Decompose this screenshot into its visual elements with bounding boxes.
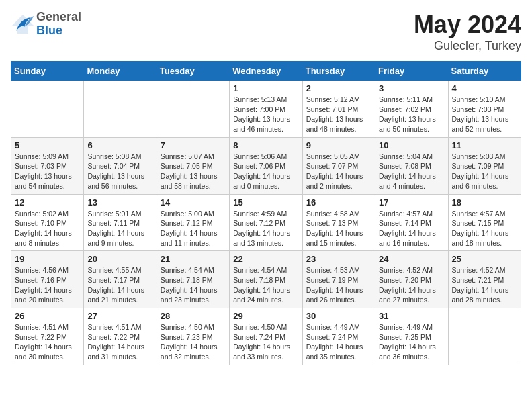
day-number: 4 — [452, 83, 517, 93]
weekday-header-thursday: Thursday — [302, 62, 375, 81]
calendar-cell: 18Sunrise: 4:57 AM Sunset: 7:15 PM Dayli… — [448, 194, 521, 251]
day-info: Sunrise: 4:50 AM Sunset: 7:24 PM Dayligh… — [233, 322, 298, 362]
day-info: Sunrise: 4:55 AM Sunset: 7:17 PM Dayligh… — [87, 265, 152, 305]
day-info: Sunrise: 5:08 AM Sunset: 7:04 PM Dayligh… — [87, 152, 152, 191]
day-number: 1 — [233, 83, 298, 93]
weekday-header-row: SundayMondayTuesdayWednesdayThursdayFrid… — [11, 62, 521, 81]
calendar-cell: 12Sunrise: 5:02 AM Sunset: 7:10 PM Dayli… — [11, 194, 84, 251]
logo-blue: Blue — [36, 24, 81, 38]
day-info: Sunrise: 4:59 AM Sunset: 7:12 PM Dayligh… — [233, 209, 298, 248]
calendar-cell: 30Sunrise: 4:49 AM Sunset: 7:24 PM Dayli… — [302, 308, 375, 365]
day-number: 12 — [15, 197, 80, 208]
calendar-cell — [84, 81, 157, 138]
weekday-header-sunday: Sunday — [11, 62, 84, 81]
logo-general: General — [36, 11, 81, 24]
page-subtitle: Gulecler, Turkey — [414, 39, 521, 53]
day-info: Sunrise: 4:54 AM Sunset: 7:18 PM Dayligh… — [233, 265, 298, 305]
weekday-header-wednesday: Wednesday — [230, 62, 302, 81]
day-number: 29 — [233, 311, 298, 321]
day-number: 21 — [161, 254, 226, 264]
calendar-cell: 3Sunrise: 5:11 AM Sunset: 7:02 PM Daylig… — [375, 81, 448, 138]
day-number: 22 — [233, 254, 298, 264]
day-number: 10 — [379, 140, 444, 150]
calendar-cell: 4Sunrise: 5:10 AM Sunset: 7:03 PM Daylig… — [448, 81, 521, 138]
day-number: 30 — [306, 311, 371, 321]
title-block: May 2024 Gulecler, Turkey — [414, 11, 521, 53]
weekday-header-saturday: Saturday — [448, 62, 521, 81]
calendar-cell: 5Sunrise: 5:09 AM Sunset: 7:03 PM Daylig… — [11, 137, 84, 194]
day-number: 16 — [306, 197, 371, 208]
week-row-1: 1Sunrise: 5:13 AM Sunset: 7:00 PM Daylig… — [11, 81, 521, 138]
calendar-cell: 21Sunrise: 4:54 AM Sunset: 7:18 PM Dayli… — [157, 251, 229, 308]
calendar-cell: 17Sunrise: 4:57 AM Sunset: 7:14 PM Dayli… — [375, 194, 448, 251]
calendar-cell: 25Sunrise: 4:52 AM Sunset: 7:21 PM Dayli… — [448, 251, 521, 308]
day-number: 23 — [306, 254, 371, 264]
calendar-cell — [157, 81, 229, 138]
day-info: Sunrise: 4:57 AM Sunset: 7:14 PM Dayligh… — [379, 209, 444, 248]
day-info: Sunrise: 5:12 AM Sunset: 7:01 PM Dayligh… — [306, 95, 371, 134]
calendar-cell: 13Sunrise: 5:01 AM Sunset: 7:11 PM Dayli… — [84, 194, 157, 251]
calendar-cell: 6Sunrise: 5:08 AM Sunset: 7:04 PM Daylig… — [84, 137, 157, 194]
day-info: Sunrise: 4:54 AM Sunset: 7:18 PM Dayligh… — [161, 265, 226, 305]
day-number: 24 — [379, 254, 444, 264]
logo-icon — [11, 12, 35, 36]
day-info: Sunrise: 4:58 AM Sunset: 7:13 PM Dayligh… — [306, 209, 371, 248]
calendar-cell: 15Sunrise: 4:59 AM Sunset: 7:12 PM Dayli… — [230, 194, 302, 251]
calendar-cell: 24Sunrise: 4:52 AM Sunset: 7:20 PM Dayli… — [375, 251, 448, 308]
day-info: Sunrise: 5:09 AM Sunset: 7:03 PM Dayligh… — [15, 152, 80, 191]
day-info: Sunrise: 4:56 AM Sunset: 7:16 PM Dayligh… — [15, 265, 80, 305]
day-info: Sunrise: 4:51 AM Sunset: 7:22 PM Dayligh… — [87, 322, 152, 362]
week-row-5: 26Sunrise: 4:51 AM Sunset: 7:22 PM Dayli… — [11, 308, 521, 365]
calendar-cell: 7Sunrise: 5:07 AM Sunset: 7:05 PM Daylig… — [157, 137, 229, 194]
day-number: 13 — [87, 197, 152, 208]
day-info: Sunrise: 5:07 AM Sunset: 7:05 PM Dayligh… — [161, 152, 226, 191]
weekday-header-tuesday: Tuesday — [157, 62, 229, 81]
day-info: Sunrise: 5:03 AM Sunset: 7:09 PM Dayligh… — [452, 152, 517, 191]
day-number: 28 — [161, 311, 226, 321]
day-info: Sunrise: 4:50 AM Sunset: 7:23 PM Dayligh… — [161, 322, 226, 362]
day-info: Sunrise: 5:04 AM Sunset: 7:08 PM Dayligh… — [379, 152, 444, 191]
weekday-header-monday: Monday — [84, 62, 157, 81]
calendar-table: SundayMondayTuesdayWednesdayThursdayFrid… — [11, 61, 521, 365]
weekday-header-friday: Friday — [375, 62, 448, 81]
calendar-cell: 9Sunrise: 5:05 AM Sunset: 7:07 PM Daylig… — [302, 137, 375, 194]
page-title: May 2024 — [414, 11, 521, 39]
calendar-cell: 31Sunrise: 4:49 AM Sunset: 7:25 PM Dayli… — [375, 308, 448, 365]
calendar-cell: 2Sunrise: 5:12 AM Sunset: 7:01 PM Daylig… — [302, 81, 375, 138]
day-info: Sunrise: 4:53 AM Sunset: 7:19 PM Dayligh… — [306, 265, 371, 305]
week-row-3: 12Sunrise: 5:02 AM Sunset: 7:10 PM Dayli… — [11, 194, 521, 251]
day-info: Sunrise: 4:51 AM Sunset: 7:22 PM Dayligh… — [15, 322, 80, 362]
day-number: 2 — [306, 83, 371, 93]
day-info: Sunrise: 4:57 AM Sunset: 7:15 PM Dayligh… — [452, 209, 517, 248]
calendar-cell: 1Sunrise: 5:13 AM Sunset: 7:00 PM Daylig… — [230, 81, 302, 138]
calendar-cell: 23Sunrise: 4:53 AM Sunset: 7:19 PM Dayli… — [302, 251, 375, 308]
day-number: 26 — [15, 311, 80, 321]
day-number: 25 — [452, 254, 517, 264]
day-info: Sunrise: 5:01 AM Sunset: 7:11 PM Dayligh… — [87, 209, 152, 248]
day-number: 9 — [306, 140, 371, 150]
calendar-cell: 19Sunrise: 4:56 AM Sunset: 7:16 PM Dayli… — [11, 251, 84, 308]
calendar-cell — [11, 81, 84, 138]
calendar-cell: 14Sunrise: 5:00 AM Sunset: 7:12 PM Dayli… — [157, 194, 229, 251]
calendar-cell — [448, 308, 521, 365]
day-info: Sunrise: 4:52 AM Sunset: 7:21 PM Dayligh… — [452, 265, 517, 305]
day-number: 5 — [15, 140, 80, 150]
week-row-4: 19Sunrise: 4:56 AM Sunset: 7:16 PM Dayli… — [11, 251, 521, 308]
day-number: 7 — [161, 140, 226, 150]
day-info: Sunrise: 4:49 AM Sunset: 7:25 PM Dayligh… — [379, 322, 444, 362]
calendar-cell: 11Sunrise: 5:03 AM Sunset: 7:09 PM Dayli… — [448, 137, 521, 194]
day-info: Sunrise: 5:00 AM Sunset: 7:12 PM Dayligh… — [161, 209, 226, 248]
day-number: 14 — [161, 197, 226, 208]
day-number: 3 — [379, 83, 444, 93]
calendar-cell: 27Sunrise: 4:51 AM Sunset: 7:22 PM Dayli… — [84, 308, 157, 365]
day-info: Sunrise: 5:02 AM Sunset: 7:10 PM Dayligh… — [15, 209, 80, 248]
logo: General Blue — [11, 11, 81, 38]
day-info: Sunrise: 5:05 AM Sunset: 7:07 PM Dayligh… — [306, 152, 371, 191]
day-number: 27 — [87, 311, 152, 321]
day-number: 17 — [379, 197, 444, 208]
logo-text: General Blue — [36, 11, 81, 38]
day-number: 19 — [15, 254, 80, 264]
day-info: Sunrise: 5:13 AM Sunset: 7:00 PM Dayligh… — [233, 95, 298, 134]
day-number: 15 — [233, 197, 298, 208]
page-header: General Blue May 2024 Gulecler, Turkey — [11, 11, 521, 53]
